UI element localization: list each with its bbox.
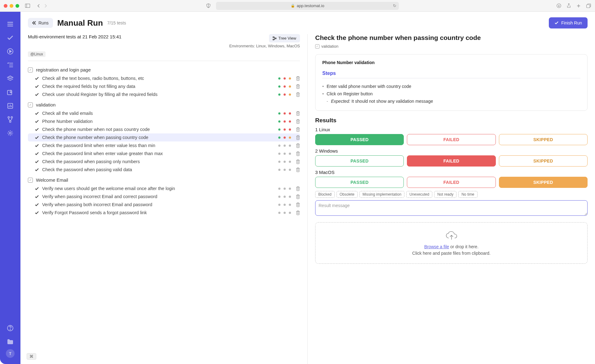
suite-header[interactable]: registration and login page <box>28 65 300 74</box>
trash-icon[interactable] <box>296 119 300 124</box>
status-dots <box>278 204 291 206</box>
reason-tag[interactable]: Unexecuted <box>406 191 432 198</box>
reason-tag[interactable]: No time <box>458 191 477 198</box>
trash-icon[interactable] <box>296 151 300 156</box>
trash-icon[interactable] <box>296 202 300 207</box>
sidebar-gear-icon[interactable] <box>4 127 16 139</box>
share-icon[interactable] <box>566 3 571 9</box>
check-icon <box>35 112 39 115</box>
traffic-lights <box>4 4 19 8</box>
reason-tag[interactable]: Not ready <box>434 191 456 198</box>
breadcrumb[interactable]: validation <box>315 44 588 49</box>
shield-icon[interactable] <box>205 3 211 9</box>
trash-icon[interactable] <box>296 167 300 172</box>
status-dots <box>278 112 291 115</box>
test-row[interactable]: Check all the valid emails <box>28 109 300 117</box>
reason-tag[interactable]: Blocked <box>315 191 335 198</box>
suite-header[interactable]: Welcome Email <box>28 176 300 184</box>
url-bar[interactable]: 🔒 app.testomat.io ↻ <box>216 2 399 10</box>
skipped-button[interactable]: SKIPPED <box>499 134 588 145</box>
tree-view-button[interactable]: Tree View <box>269 34 300 42</box>
env-tag[interactable]: @Linux <box>28 51 46 57</box>
passed-button[interactable]: PASSED <box>315 155 404 167</box>
reason-tag[interactable]: Missing implementation <box>359 191 404 198</box>
maximize-window-icon[interactable] <box>15 4 19 8</box>
reload-icon[interactable]: ↻ <box>393 3 396 8</box>
keyboard-shortcut-hint[interactable]: ⌘ <box>27 353 36 360</box>
status-dot <box>278 204 280 206</box>
file-dropzone[interactable]: Browse a file or drop it here. Click her… <box>315 222 588 264</box>
sidebar-toggle-icon[interactable] <box>25 3 30 9</box>
trash-icon[interactable] <box>296 111 300 116</box>
test-row[interactable]: Check the password limit when enter valu… <box>28 150 300 158</box>
test-row[interactable]: Check the password when passing only num… <box>28 158 300 166</box>
status-dots <box>278 161 291 163</box>
failed-button[interactable]: FAILED <box>407 177 496 188</box>
test-row[interactable]: Phone Number validation <box>28 117 300 125</box>
status-dot <box>289 204 291 206</box>
test-row[interactable]: Check the phone number when passing coun… <box>28 133 300 141</box>
reason-tag[interactable]: Obsolete <box>337 191 358 198</box>
trash-icon[interactable] <box>296 194 300 199</box>
sidebar-check-icon[interactable] <box>4 32 16 44</box>
passed-button[interactable]: PASSED <box>315 134 404 145</box>
trash-icon[interactable] <box>296 84 300 89</box>
runs-back-button[interactable]: Runs <box>28 18 53 28</box>
passed-button[interactable]: PASSED <box>315 177 404 188</box>
browse-file-link[interactable]: Browse a file <box>424 244 449 249</box>
sidebar-folder-icon[interactable] <box>4 336 16 348</box>
sidebar-branch-icon[interactable] <box>4 113 16 126</box>
svg-rect-23 <box>273 37 274 37</box>
forward-icon[interactable] <box>43 3 48 9</box>
test-row[interactable]: Check user should Register by filling al… <box>28 90 300 98</box>
upload-icon <box>322 231 581 240</box>
sidebar-chart-icon[interactable] <box>4 100 16 112</box>
trash-icon[interactable] <box>296 76 300 81</box>
back-icon[interactable] <box>36 3 42 9</box>
download-icon[interactable] <box>556 3 562 9</box>
test-row[interactable]: Check the password when passing valid da… <box>28 166 300 174</box>
test-row[interactable]: Verify when passing both incorrect Email… <box>28 201 300 209</box>
test-row[interactable]: Check the required fields by not filling… <box>28 82 300 90</box>
status-dot <box>289 196 291 198</box>
trash-icon[interactable] <box>296 186 300 191</box>
skipped-button[interactable]: SKIPPED <box>499 155 588 167</box>
failed-button[interactable]: FAILED <box>407 134 496 145</box>
test-row[interactable]: Verify Forgot Password sends a forgot pa… <box>28 209 300 217</box>
failed-button[interactable]: FAILED <box>407 155 496 167</box>
minimize-window-icon[interactable] <box>10 4 13 8</box>
test-row[interactable]: Check all the text boxes, radio buttons,… <box>28 74 300 82</box>
sidebar-import-icon[interactable] <box>4 86 16 98</box>
trash-icon[interactable] <box>296 127 300 132</box>
trash-icon[interactable] <box>296 135 300 140</box>
status-dot <box>278 120 280 123</box>
test-row[interactable]: Check the phone number when not pass cou… <box>28 125 300 133</box>
trash-icon[interactable] <box>296 92 300 97</box>
sidebar-help-icon[interactable] <box>4 322 16 334</box>
test-row[interactable]: Verify when passing incorrect Email and … <box>28 193 300 201</box>
test-name: Check all the valid emails <box>42 111 275 116</box>
sidebar-menu-icon[interactable] <box>4 18 16 30</box>
new-tab-icon[interactable] <box>576 3 581 9</box>
skipped-button[interactable]: SKIPPED <box>499 177 588 188</box>
test-row[interactable]: Verify new users should get the welcome … <box>28 184 300 193</box>
status-dot <box>278 128 280 131</box>
user-avatar[interactable]: T <box>6 349 15 358</box>
sidebar-checklist-icon[interactable] <box>4 59 16 71</box>
tabs-icon[interactable] <box>586 3 591 9</box>
sidebar-layers-icon[interactable] <box>4 72 16 85</box>
close-window-icon[interactable] <box>4 4 7 8</box>
suite-header[interactable]: validation <box>28 100 300 109</box>
suite-name: validation <box>36 102 55 107</box>
status-dots <box>278 77 291 80</box>
check-icon <box>35 168 39 171</box>
status-dot <box>289 212 291 214</box>
trash-icon[interactable] <box>296 143 300 148</box>
status-dots <box>278 120 291 123</box>
trash-icon[interactable] <box>296 159 300 164</box>
result-message-input[interactable] <box>315 200 588 216</box>
test-row[interactable]: Check the password limit when enter valu… <box>28 141 300 150</box>
sidebar-play-icon[interactable] <box>4 45 16 58</box>
finish-run-button[interactable]: Finish Run <box>549 17 588 28</box>
trash-icon[interactable] <box>296 210 300 215</box>
